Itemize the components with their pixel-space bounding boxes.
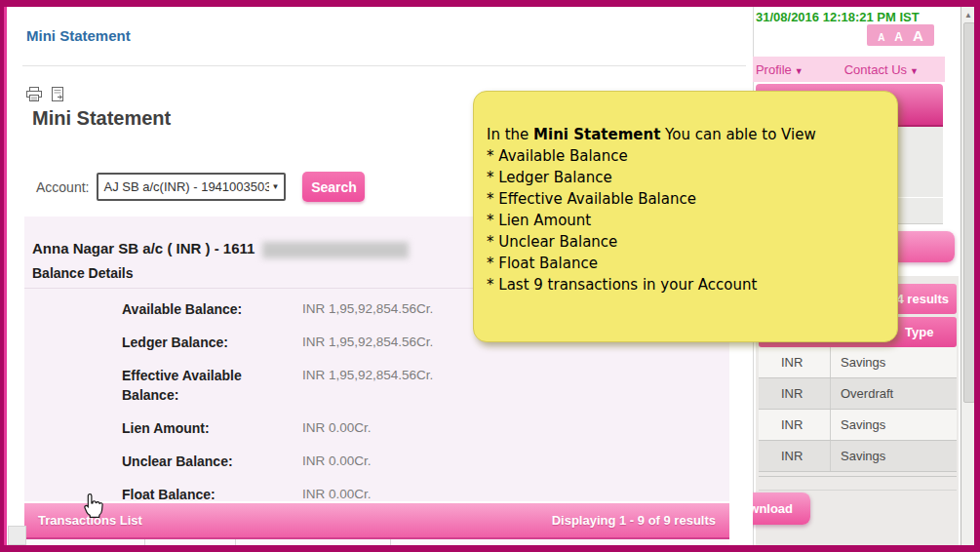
chevron-down-icon: ▼ xyxy=(272,182,280,191)
table-row[interactable]: INR Savings xyxy=(759,410,957,441)
breadcrumb-section-title: Mini Statement xyxy=(26,27,131,44)
tooltip-item: * Last 9 transactions in your Account xyxy=(487,274,883,296)
page-title: Mini Statement xyxy=(32,107,171,130)
tooltip-item: * Lien Amount xyxy=(487,210,883,231)
tooltip-item: * Unclear Balance xyxy=(487,231,883,253)
redacted-account-number xyxy=(262,242,409,258)
balance-value: INR 1,95,92,854.56Cr. xyxy=(302,299,433,319)
header-divider xyxy=(22,65,746,66)
balance-label: Ledger Balance: xyxy=(122,333,278,352)
table-top-strip xyxy=(24,539,729,545)
divider xyxy=(759,476,957,477)
account-name-heading: Anna Nagar SB a/c ( INR ) - 1611 xyxy=(32,240,409,258)
table-row[interactable]: INR Savings xyxy=(759,441,957,472)
tooltip-item: * Ledger Balance xyxy=(487,167,883,188)
currency-cell: INR xyxy=(759,417,830,432)
divider xyxy=(759,490,957,491)
type-column-header: Type xyxy=(905,325,933,339)
balance-value: INR 1,95,92,854.56Cr. xyxy=(302,333,433,352)
tooltip-item: * Available Balance xyxy=(487,145,883,167)
top-menu-bar: My Profile▼ Contact Us▼ xyxy=(725,57,945,82)
printer-icon[interactable] xyxy=(26,87,42,101)
chevron-down-icon: ▼ xyxy=(795,66,804,76)
menu-item-contact-us[interactable]: Contact Us▼ xyxy=(844,62,919,77)
account-type-cell: Savings xyxy=(830,410,957,440)
account-field-label: Account: xyxy=(36,179,89,195)
currency-cell: INR xyxy=(759,355,830,370)
balance-value: INR 0.00Cr. xyxy=(302,418,372,438)
balance-label: Float Balance: xyxy=(122,485,278,504)
account-select-value: AJ SB a/c(INR) - 1941003503 xyxy=(103,179,268,194)
corner-box xyxy=(8,526,26,545)
balance-value: INR 1,95,92,854.56Cr. xyxy=(302,366,433,405)
table-row[interactable]: INR Overdraft xyxy=(759,378,957,410)
help-tooltip: In the Mini Statement You can able to Vi… xyxy=(473,91,898,342)
vertical-scrollbar[interactable]: ▲ xyxy=(960,7,976,545)
accounts-table: INR Savings INR Overdraft INR Savings IN… xyxy=(759,347,957,472)
balance-row: Effective Available Balance: INR 1,95,92… xyxy=(24,359,729,412)
scrollbar-thumb[interactable] xyxy=(963,22,975,403)
currency-cell: INR xyxy=(759,386,830,401)
tooltip-item: * Effective Available Balance xyxy=(487,188,883,210)
balance-row: Unclear Balance: INR 0.00Cr. xyxy=(24,445,729,478)
tooltip-item: * Float Balance xyxy=(487,253,883,274)
document-export-icon[interactable] xyxy=(52,87,65,101)
font-size-medium-button[interactable]: A xyxy=(894,31,903,43)
account-type-cell: Savings xyxy=(830,347,957,377)
balance-row: Lien Amount: INR 0.00Cr. xyxy=(24,412,729,445)
balance-value: INR 0.00Cr. xyxy=(302,485,372,504)
scrollbar-up-arrow-icon[interactable]: ▲ xyxy=(964,11,972,20)
results-status-text: Displaying 1 - 9 of 9 results xyxy=(552,513,716,528)
mouse-pointer-hand-icon xyxy=(82,493,103,523)
balance-label: Effective Available Balance: xyxy=(122,366,278,405)
currency-cell: INR xyxy=(759,449,830,463)
balance-label: Available Balance: xyxy=(122,299,278,319)
balance-value: INR 0.00Cr. xyxy=(302,452,372,471)
window-inner-border xyxy=(4,7,7,545)
account-type-cell: Savings xyxy=(830,441,957,471)
account-type-cell: Overdraft xyxy=(830,378,957,409)
account-select-dropdown[interactable]: AJ SB a/c(INR) - 1941003503 ▼ xyxy=(97,173,286,201)
transactions-list-bar[interactable]: Transactions List Displaying 1 - 9 of 9 … xyxy=(24,503,729,539)
font-size-large-button[interactable]: A xyxy=(913,28,923,43)
tooltip-intro: In the Mini Statement You can able to Vi… xyxy=(487,124,883,145)
table-row[interactable]: INR Savings xyxy=(759,347,957,378)
datetime-display: 31/08/2016 12:18:21 PM IST xyxy=(756,10,920,24)
balance-label: Unclear Balance: xyxy=(122,452,278,471)
balance-details-title: Balance Details xyxy=(32,265,134,281)
font-size-small-button[interactable]: A xyxy=(878,33,884,43)
balance-label: Lien Amount: xyxy=(122,418,278,438)
font-size-selector[interactable]: A A A xyxy=(867,24,934,46)
chevron-down-icon: ▼ xyxy=(910,66,919,76)
search-button[interactable]: Search xyxy=(302,172,365,202)
results-count-text: 4 results xyxy=(897,292,949,306)
